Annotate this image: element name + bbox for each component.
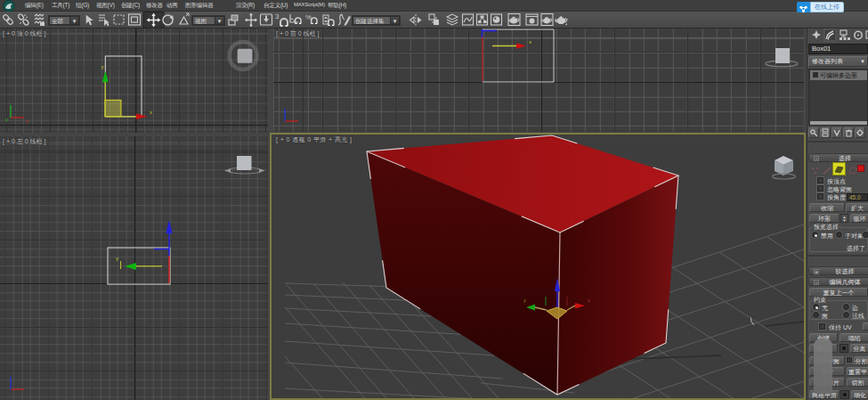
svg-text:x: x: [588, 298, 590, 303]
svg-text:y: y: [523, 298, 526, 303]
svg-text:y: y: [5, 117, 8, 122]
svg-text:3: 3: [275, 12, 280, 20]
svg-text:x: x: [150, 110, 152, 115]
svg-text:x: x: [529, 39, 531, 45]
svg-text:x: x: [26, 118, 28, 124]
svg-text:y: y: [116, 256, 118, 261]
svg-text:y: y: [101, 64, 104, 69]
